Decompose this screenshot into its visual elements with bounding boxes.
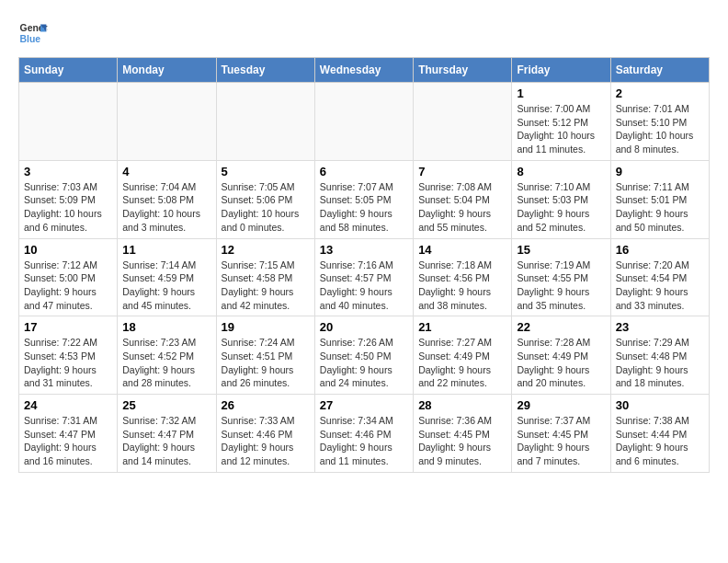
logo: General Blue [18,18,48,48]
day-info: Sunrise: 7:00 AMSunset: 5:12 PMDaylight:… [517,102,605,156]
week-row-3: 10Sunrise: 7:12 AMSunset: 5:00 PMDayligh… [19,238,710,316]
day-number: 15 [517,243,605,257]
column-header-monday: Monday [118,58,216,83]
day-number: 22 [517,320,605,334]
calendar-cell: 11Sunrise: 7:14 AMSunset: 4:59 PMDayligh… [118,238,216,316]
calendar-cell: 24Sunrise: 7:31 AMSunset: 4:47 PMDayligh… [19,395,118,473]
day-number: 4 [122,165,210,178]
day-number: 25 [122,398,210,412]
day-number: 20 [320,320,408,334]
logo-icon: General Blue [18,18,48,48]
day-info: Sunrise: 7:07 AMSunset: 5:05 PMDaylight:… [320,180,408,235]
day-number: 7 [418,165,506,178]
calendar-cell: 7Sunrise: 7:08 AMSunset: 5:04 PMDaylight… [414,160,512,238]
day-number: 18 [122,320,210,334]
day-info: Sunrise: 7:20 AMSunset: 4:54 PMDaylight:… [616,259,704,313]
day-number: 29 [517,398,605,412]
column-header-saturday: Saturday [610,58,709,83]
calendar-cell: 12Sunrise: 7:15 AMSunset: 4:58 PMDayligh… [216,238,314,316]
day-number: 12 [222,243,310,257]
column-header-sunday: Sunday [19,58,118,83]
day-number: 23 [616,320,704,334]
calendar-cell: 2Sunrise: 7:01 AMSunset: 5:10 PMDaylight… [610,83,709,161]
calendar-cell [118,83,216,161]
day-number: 9 [616,165,704,178]
day-info: Sunrise: 7:19 AMSunset: 4:55 PMDaylight:… [517,259,605,313]
day-info: Sunrise: 7:36 AMSunset: 4:45 PMDaylight:… [418,414,506,468]
day-info: Sunrise: 7:05 AMSunset: 5:06 PMDaylight:… [222,180,310,235]
header: General Blue [18,18,710,48]
week-row-4: 17Sunrise: 7:22 AMSunset: 4:53 PMDayligh… [19,316,710,395]
day-number: 11 [122,243,210,257]
day-info: Sunrise: 7:28 AMSunset: 4:49 PMDaylight:… [517,336,605,390]
calendar-cell: 18Sunrise: 7:23 AMSunset: 4:52 PMDayligh… [118,316,216,395]
day-info: Sunrise: 7:03 AMSunset: 5:09 PMDaylight:… [24,180,112,235]
day-number: 10 [24,243,112,257]
calendar-cell: 1Sunrise: 7:00 AMSunset: 5:12 PMDaylight… [512,83,610,161]
day-info: Sunrise: 7:01 AMSunset: 5:10 PMDaylight:… [616,102,704,156]
day-number: 17 [24,320,112,334]
calendar-cell [216,83,314,161]
calendar-cell: 14Sunrise: 7:18 AMSunset: 4:56 PMDayligh… [414,238,512,316]
calendar-cell: 10Sunrise: 7:12 AMSunset: 5:00 PMDayligh… [19,238,118,316]
week-row-5: 24Sunrise: 7:31 AMSunset: 4:47 PMDayligh… [19,395,710,473]
calendar-cell: 25Sunrise: 7:32 AMSunset: 4:47 PMDayligh… [118,395,216,473]
column-header-wednesday: Wednesday [314,58,413,83]
day-info: Sunrise: 7:18 AMSunset: 4:56 PMDaylight:… [418,259,506,313]
calendar-cell: 30Sunrise: 7:38 AMSunset: 4:44 PMDayligh… [610,395,709,473]
day-number: 5 [222,165,310,178]
day-info: Sunrise: 7:04 AMSunset: 5:08 PMDaylight:… [122,180,210,235]
day-number: 28 [418,398,506,412]
day-info: Sunrise: 7:08 AMSunset: 5:04 PMDaylight:… [418,180,506,235]
calendar-cell: 13Sunrise: 7:16 AMSunset: 4:57 PMDayligh… [314,238,413,316]
calendar-cell: 3Sunrise: 7:03 AMSunset: 5:09 PMDaylight… [19,160,118,238]
day-info: Sunrise: 7:12 AMSunset: 5:00 PMDaylight:… [24,259,112,313]
calendar-cell: 20Sunrise: 7:26 AMSunset: 4:50 PMDayligh… [314,316,413,395]
calendar-cell [314,83,413,161]
calendar-cell: 8Sunrise: 7:10 AMSunset: 5:03 PMDaylight… [512,160,610,238]
calendar-cell: 21Sunrise: 7:27 AMSunset: 4:49 PMDayligh… [414,316,512,395]
day-number: 21 [418,320,506,334]
calendar-cell: 5Sunrise: 7:05 AMSunset: 5:06 PMDaylight… [216,160,314,238]
column-header-friday: Friday [512,58,610,83]
calendar-cell: 16Sunrise: 7:20 AMSunset: 4:54 PMDayligh… [610,238,709,316]
calendar-cell: 26Sunrise: 7:33 AMSunset: 4:46 PMDayligh… [216,395,314,473]
day-info: Sunrise: 7:23 AMSunset: 4:52 PMDaylight:… [122,336,210,390]
day-info: Sunrise: 7:16 AMSunset: 4:57 PMDaylight:… [320,259,408,313]
calendar-cell: 17Sunrise: 7:22 AMSunset: 4:53 PMDayligh… [19,316,118,395]
day-number: 14 [418,243,506,257]
day-info: Sunrise: 7:14 AMSunset: 4:59 PMDaylight:… [122,259,210,313]
day-info: Sunrise: 7:31 AMSunset: 4:47 PMDaylight:… [24,414,112,468]
day-info: Sunrise: 7:22 AMSunset: 4:53 PMDaylight:… [24,336,112,390]
day-number: 30 [616,398,704,412]
day-info: Sunrise: 7:11 AMSunset: 5:01 PMDaylight:… [616,180,704,235]
day-number: 6 [320,165,408,178]
day-number: 1 [517,86,605,100]
day-info: Sunrise: 7:33 AMSunset: 4:46 PMDaylight:… [222,414,310,468]
calendar: SundayMondayTuesdayWednesdayThursdayFrid… [18,57,710,473]
calendar-cell: 29Sunrise: 7:37 AMSunset: 4:45 PMDayligh… [512,395,610,473]
day-number: 26 [222,398,310,412]
day-number: 27 [320,398,408,412]
column-header-tuesday: Tuesday [216,58,314,83]
day-number: 24 [24,398,112,412]
day-number: 13 [320,243,408,257]
calendar-cell: 19Sunrise: 7:24 AMSunset: 4:51 PMDayligh… [216,316,314,395]
week-row-1: 1Sunrise: 7:00 AMSunset: 5:12 PMDaylight… [19,83,710,161]
calendar-cell: 9Sunrise: 7:11 AMSunset: 5:01 PMDaylight… [610,160,709,238]
calendar-cell: 4Sunrise: 7:04 AMSunset: 5:08 PMDaylight… [118,160,216,238]
day-info: Sunrise: 7:32 AMSunset: 4:47 PMDaylight:… [122,414,210,468]
day-info: Sunrise: 7:29 AMSunset: 4:48 PMDaylight:… [616,336,704,390]
day-number: 3 [24,165,112,178]
day-number: 16 [616,243,704,257]
day-info: Sunrise: 7:15 AMSunset: 4:58 PMDaylight:… [222,259,310,313]
day-info: Sunrise: 7:24 AMSunset: 4:51 PMDaylight:… [222,336,310,390]
day-number: 8 [517,165,605,178]
day-number: 19 [222,320,310,334]
calendar-cell: 6Sunrise: 7:07 AMSunset: 5:05 PMDaylight… [314,160,413,238]
day-info: Sunrise: 7:37 AMSunset: 4:45 PMDaylight:… [517,414,605,468]
week-row-2: 3Sunrise: 7:03 AMSunset: 5:09 PMDaylight… [19,160,710,238]
calendar-cell [19,83,118,161]
calendar-cell: 23Sunrise: 7:29 AMSunset: 4:48 PMDayligh… [610,316,709,395]
day-number: 2 [616,86,704,100]
